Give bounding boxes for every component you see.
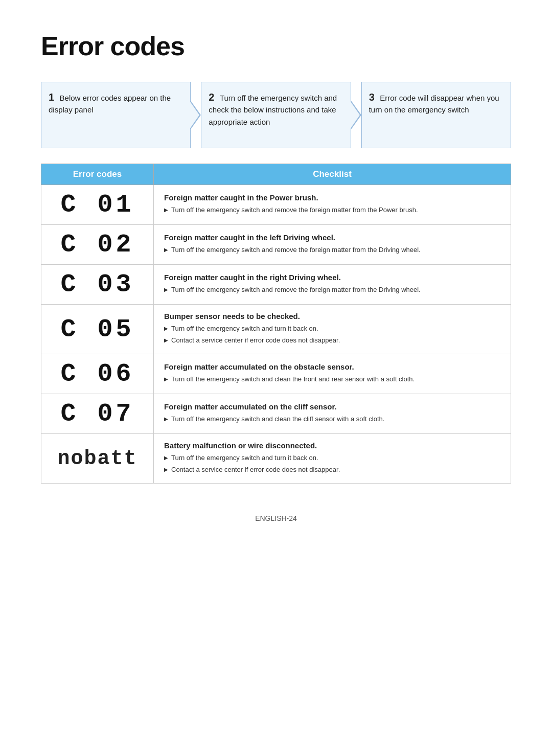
error-code-cell: C 06 — [41, 354, 154, 394]
checklist-item: Turn off the emergency switch and remove… — [164, 245, 500, 255]
table-row: nobattBattery malfunction or wire discon… — [41, 434, 511, 484]
checklist-cell: Foreign matter accumulated on the obstac… — [154, 354, 511, 394]
error-code-display: nobatt — [44, 447, 151, 470]
col-checklist: Checklist — [154, 164, 511, 185]
col-error-codes: Error codes — [41, 164, 154, 185]
step-3-number: 3 — [369, 91, 375, 103]
checklist-title: Foreign matter caught in the right Drivi… — [164, 273, 500, 282]
page-footer: ENGLISH-24 — [41, 514, 511, 522]
table-row: C 02Foreign matter caught in the left Dr… — [41, 225, 511, 265]
checklist-cell: Battery malfunction or wire disconnected… — [154, 434, 511, 484]
step-3: 3 Error code will disappear when you tur… — [361, 82, 511, 148]
table-row: C 07Foreign matter accumulated on the cl… — [41, 394, 511, 434]
checklist-title: Foreign matter accumulated on the cliff … — [164, 402, 500, 411]
error-code-display: C 03 — [44, 270, 151, 299]
error-code-display: C 02 — [44, 230, 151, 259]
checklist-cell: Foreign matter caught in the Power brush… — [154, 185, 511, 225]
checklist-cell: Foreign matter caught in the right Drivi… — [154, 265, 511, 305]
step-1-text: Below error codes appear on the display … — [49, 94, 171, 114]
footer-text: ENGLISH-24 — [255, 514, 297, 522]
checklist-cell: Foreign matter caught in the left Drivin… — [154, 225, 511, 265]
error-code-display: C 07 — [44, 399, 151, 428]
step-2-text: Turn off the emergency switch and check … — [209, 94, 337, 126]
checklist-title: Foreign matter caught in the Power brush… — [164, 193, 500, 202]
error-code-cell: nobatt — [41, 434, 154, 484]
steps-container: 1 Below error codes appear on the displa… — [41, 82, 511, 148]
checklist-item: Turn off the emergency switch and remove… — [164, 205, 500, 215]
checklist-item: Contact a service center if error code d… — [164, 335, 500, 346]
error-code-cell: C 03 — [41, 265, 154, 305]
step-3-text: Error code will disappear when you turn … — [369, 94, 499, 114]
error-code-display: C 01 — [44, 190, 151, 219]
step-2-number: 2 — [209, 91, 214, 103]
checklist-title: Foreign matter caught in the left Drivin… — [164, 233, 500, 242]
checklist-item: Turn off the emergency switch and turn i… — [164, 324, 500, 334]
checklist-cell: Bumper sensor needs to be checked.Turn o… — [154, 305, 511, 354]
error-code-display: C 05 — [44, 315, 151, 344]
step-1-number: 1 — [49, 91, 54, 103]
checklist-item: Turn off the emergency switch and turn i… — [164, 453, 500, 463]
table-row: C 06Foreign matter accumulated on the ob… — [41, 354, 511, 394]
table-row: C 05Bumper sensor needs to be checked.Tu… — [41, 305, 511, 354]
error-code-cell: C 07 — [41, 394, 154, 434]
checklist-item: Turn off the emergency switch and remove… — [164, 285, 500, 295]
checklist-cell: Foreign matter accumulated on the cliff … — [154, 394, 511, 434]
step-2: 2 Turn off the emergency switch and chec… — [201, 82, 351, 148]
page-title: Error codes — [41, 31, 511, 61]
table-row: C 03Foreign matter caught in the right D… — [41, 265, 511, 305]
table-row: C 01Foreign matter caught in the Power b… — [41, 185, 511, 225]
error-code-cell: C 05 — [41, 305, 154, 354]
error-code-cell: C 02 — [41, 225, 154, 265]
checklist-title: Bumper sensor needs to be checked. — [164, 312, 500, 320]
step-1: 1 Below error codes appear on the displa… — [41, 82, 191, 148]
checklist-title: Battery malfunction or wire disconnected… — [164, 441, 500, 450]
checklist-item: Contact a service center if error code d… — [164, 465, 500, 475]
checklist-item: Turn off the emergency switch and clean … — [164, 414, 500, 424]
error-table: Error codes Checklist C 01Foreign matter… — [41, 164, 511, 484]
error-code-cell: C 01 — [41, 185, 154, 225]
checklist-title: Foreign matter accumulated on the obstac… — [164, 362, 500, 371]
error-code-display: C 06 — [44, 359, 151, 388]
checklist-item: Turn off the emergency switch and clean … — [164, 374, 500, 384]
